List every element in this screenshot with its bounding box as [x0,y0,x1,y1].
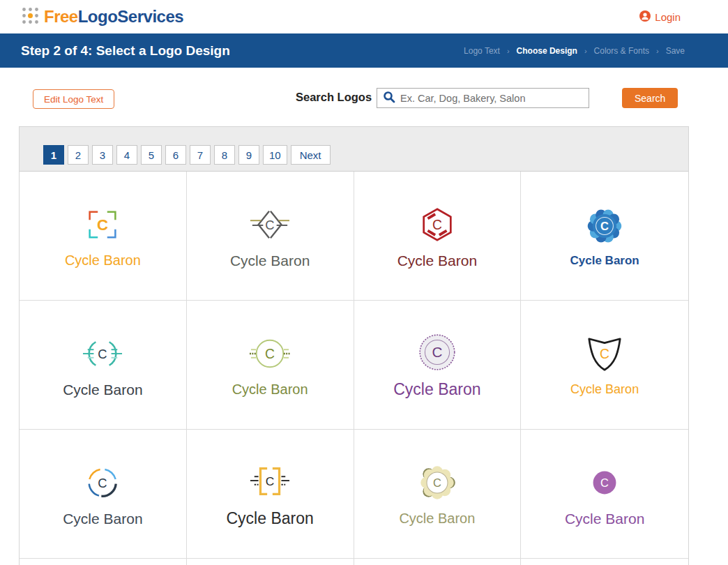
logo-name: Cycle Baron [232,382,308,398]
logo-card[interactable]: C Cycle Baron [187,301,354,430]
grid-row: C Cycle Baron C Cycle Baron [20,301,688,430]
breadcrumb-separator: › [656,47,659,55]
logo-name: Cycle Baron [63,511,142,527]
solid-circle-icon: C [584,461,625,504]
breadcrumb-item-colors-fonts[interactable]: Colors & Fonts [594,46,649,56]
breadcrumb-item-logo-text[interactable]: Logo Text [464,46,500,56]
logo-card[interactable]: C Cycle Baron [354,172,522,301]
logo-name: Cycle Baron [399,511,475,527]
logo-initial: C [97,216,108,234]
top-header: FreeLogoServices Login [0,0,728,33]
dots-grid-icon [21,6,40,28]
logo-name: Cycle Baron [570,382,639,397]
page-button-10[interactable]: 10 [263,145,287,165]
brand-free: Free [44,7,78,26]
logo-initial: C [432,217,442,232]
search-button[interactable]: Search [622,88,678,108]
logo-name: Cycle Baron [570,254,639,268]
toolbar: Edit Logo Text Search Logos Search [0,68,728,126]
page-button-1[interactable]: 1 [43,145,64,165]
hexagon-icon: C [417,203,457,246]
breadcrumb-separator: › [507,47,510,55]
brand-rest: LogoServices [78,7,183,26]
square-brackets-icon: C [250,460,290,503]
arc-circle-icon: C [82,461,123,504]
search-logos-label: Search Logos [296,91,372,104]
logo-initial: C [432,344,442,360]
page-button-8[interactable]: 8 [214,145,235,165]
logo-card[interactable]: C Cycle Baron [521,172,688,301]
step-title: Step 2 of 4: Select a Logo Design [21,43,230,59]
breadcrumb-separator: › [584,47,587,55]
logo-card[interactable]: C Cycle Baron [354,301,522,430]
logo-name: Cycle Baron [226,509,313,528]
logo-name: Cycle Baron [393,380,480,399]
pagination: 1 2 3 4 5 6 7 8 9 10 Next [20,127,688,172]
logo-card[interactable]: C Cycle Baron [20,172,187,301]
angle-brackets-icon: C [250,203,290,246]
user-icon [639,10,651,24]
page-button-2[interactable]: 2 [68,145,89,165]
page-button-7[interactable]: 7 [190,145,211,165]
logo-name: Cycle Baron [63,382,142,398]
search-input[interactable] [400,93,583,104]
brand-logo[interactable]: FreeLogoServices [21,6,183,28]
logo-card[interactable] [521,559,688,565]
brand-name: FreeLogoServices [44,7,183,27]
logo-card[interactable] [187,559,354,565]
stamp-circle-icon: C [416,331,459,374]
shield-icon: C [584,333,625,376]
logo-grid: 1 2 3 4 5 6 7 8 9 10 Next C Cycle Baron [19,126,689,565]
logo-initial: C [265,347,275,361]
logo-card[interactable] [20,559,187,565]
grid-row: C Cycle Baron C Cycle Baron [20,430,688,559]
logo-card[interactable]: C Cycle Baron [187,430,354,559]
corner-frame-icon: C [82,203,123,246]
logo-card[interactable]: C Cycle Baron [521,301,688,430]
page-button-6[interactable]: 6 [165,145,186,165]
logo-card[interactable]: C Cycle Baron [20,301,187,430]
next-page-button[interactable]: Next [291,145,331,165]
grid-row: C Cycle Baron C Cycle Baron [20,172,688,301]
flower-badge-icon: C [416,461,459,504]
breadcrumb-item-choose-design[interactable]: Choose Design [517,46,577,56]
logo-card[interactable]: C Cycle Baron [354,430,522,559]
logo-name: Cycle Baron [565,511,644,527]
breadcrumb-item-save[interactable]: Save [666,46,685,56]
logo-card[interactable]: C Cycle Baron [20,430,187,559]
page-button-4[interactable]: 4 [116,145,137,165]
login-button[interactable]: Login [639,10,681,24]
logo-initial: C [600,476,609,489]
logo-name: Cycle Baron [230,253,310,269]
page-button-9[interactable]: 9 [238,145,259,165]
logo-initial: C [433,476,441,490]
logo-initial: C [265,217,274,232]
scalloped-badge-icon: C [583,204,626,248]
circle-dashes-icon: C [250,332,290,375]
step-bar: Step 2 of 4: Select a Logo Design Logo T… [0,33,728,68]
logo-initial: C [98,346,107,361]
circle-lines-icon: C [82,332,123,375]
logo-initial: C [98,475,107,490]
search-icon [383,91,395,106]
login-label: Login [655,11,681,23]
grid-row [20,559,688,565]
page-button-3[interactable]: 3 [92,145,113,165]
logo-initial: C [600,220,609,233]
logo-card[interactable]: C Cycle Baron [521,430,688,559]
logo-name: Cycle Baron [65,253,141,269]
search-box [377,88,589,108]
logo-initial: C [266,474,275,488]
logo-name: Cycle Baron [397,253,477,269]
edit-logo-text-button[interactable]: Edit Logo Text [33,89,114,109]
logo-initial: C [600,347,609,361]
logo-card[interactable]: C Cycle Baron [187,172,354,301]
breadcrumb: Logo Text › Choose Design › Colors & Fon… [464,46,685,56]
logo-card[interactable] [354,559,522,565]
page-button-5[interactable]: 5 [141,145,162,165]
